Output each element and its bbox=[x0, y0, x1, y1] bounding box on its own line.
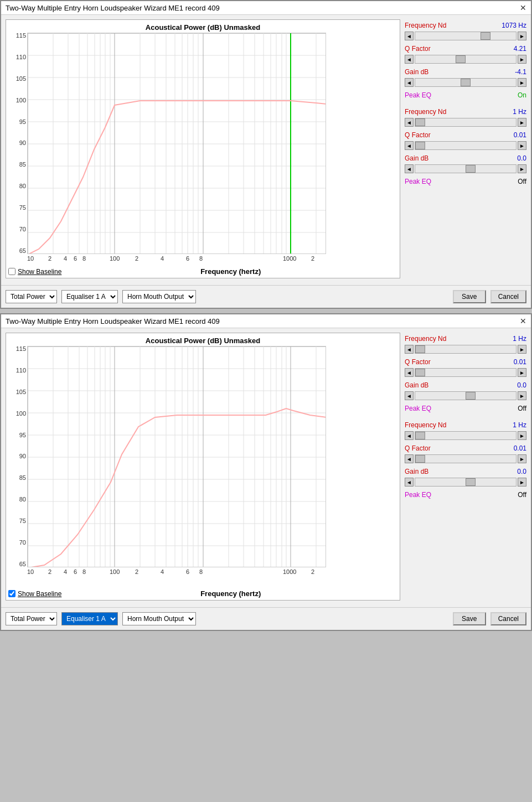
eq1-gain-slider[interactable]: ◄ ► bbox=[405, 78, 526, 87]
w2-eq1-gain-track[interactable] bbox=[415, 391, 516, 400]
freq-axis-label-1: Frequency (hertz) bbox=[64, 267, 397, 276]
right-panel-1: Frequency Nd 1073 Hz ◄ ► Q Factor 4.21 ◄… bbox=[405, 19, 526, 278]
w2-eq1-q-slider[interactable]: ◄ ► bbox=[405, 368, 526, 377]
eq1-freq-slider[interactable]: ◄ ► bbox=[405, 32, 526, 40]
close-button-2[interactable]: ✕ bbox=[520, 317, 526, 325]
w2-eq1-freq-left-arrow[interactable]: ◄ bbox=[405, 345, 414, 354]
w2-eq2-freq-slider[interactable]: ◄ ► bbox=[405, 431, 526, 440]
w2-eq1-peak-value: Off bbox=[518, 405, 526, 412]
w2-eq2-q-slider[interactable]: ◄ ► bbox=[405, 454, 526, 463]
w2-eq2-q-left-arrow[interactable]: ◄ bbox=[405, 454, 414, 463]
save-button-2[interactable]: Save bbox=[453, 612, 486, 625]
w2-eq2-gain-value: 0.0 bbox=[517, 468, 526, 475]
y-axis-2: 115 110 105 100 95 90 85 80 75 70 65 bbox=[7, 346, 26, 567]
w2-eq2-freq-track[interactable] bbox=[415, 431, 516, 440]
equaliser-dropdown-1[interactable]: Equaliser 1 A bbox=[61, 290, 118, 303]
w2-eq1-freq-right-arrow[interactable]: ► bbox=[518, 345, 526, 354]
eq1-gain-left-arrow[interactable]: ◄ bbox=[405, 78, 414, 87]
eq1-gain-track[interactable] bbox=[415, 78, 516, 87]
eq2-freq-row: Frequency Nd 1 Hz bbox=[405, 108, 526, 116]
w2-eq2-gain-left-arrow[interactable]: ◄ bbox=[405, 478, 414, 487]
eq1-peak-value: On bbox=[518, 91, 526, 99]
eq2-q-left-arrow[interactable]: ◄ bbox=[405, 141, 414, 150]
eq1-freq-right-arrow[interactable]: ► bbox=[518, 32, 526, 40]
eq2-q-thumb[interactable] bbox=[415, 142, 425, 149]
w2-eq2-gain-right-arrow[interactable]: ► bbox=[518, 478, 526, 487]
w2-eq2-q-right-arrow[interactable]: ► bbox=[518, 454, 526, 463]
w2-eq2-q-value: 0.01 bbox=[514, 444, 526, 452]
show-baseline-checkbox-2[interactable] bbox=[8, 590, 16, 597]
eq2-gain-thumb[interactable] bbox=[466, 165, 476, 173]
eq2-gain-track[interactable] bbox=[415, 164, 516, 173]
eq2-gain-slider[interactable]: ◄ ► bbox=[405, 164, 526, 173]
close-button-1[interactable]: ✕ bbox=[520, 3, 526, 12]
w2-eq2-freq-right-arrow[interactable]: ► bbox=[518, 431, 526, 440]
eq1-freq-label: Frequency Nd bbox=[405, 22, 446, 29]
eq1-freq-thumb[interactable] bbox=[481, 32, 490, 40]
chart-area-2: Acoustical Power (dB) Unmasked 115 110 1… bbox=[6, 333, 400, 601]
eq1-freq-left-arrow[interactable]: ◄ bbox=[405, 32, 414, 40]
horn-mouth-dropdown-1[interactable]: Horn Mouth Output bbox=[122, 290, 196, 303]
show-baseline-label-1[interactable]: Show Baseline bbox=[18, 268, 61, 276]
w2-eq2-freq-left-arrow[interactable]: ◄ bbox=[405, 431, 414, 440]
w2-eq1-q-right-arrow[interactable]: ► bbox=[518, 368, 526, 377]
cancel-button-2[interactable]: Cancel bbox=[490, 612, 526, 625]
w2-eq2-q-thumb[interactable] bbox=[415, 455, 425, 463]
eq2-freq-thumb[interactable] bbox=[415, 118, 425, 126]
eq2-freq-left-arrow[interactable]: ◄ bbox=[405, 118, 414, 127]
w2-eq2-gain-track[interactable] bbox=[415, 478, 516, 487]
chart-svg-1 bbox=[27, 33, 326, 254]
eq2-q-right-arrow[interactable]: ► bbox=[518, 141, 526, 150]
eq1-q-label: Q Factor bbox=[405, 45, 431, 53]
show-baseline-row-2: Show Baseline Frequency (hertz) bbox=[6, 587, 400, 600]
eq2-gain-right-arrow[interactable]: ► bbox=[518, 164, 526, 173]
eq1-freq-value: 1073 Hz bbox=[502, 22, 526, 29]
w2-eq2-gain-thumb[interactable] bbox=[466, 478, 476, 486]
chart-title-2: Acoustical Power (dB) Unmasked bbox=[6, 333, 400, 346]
w2-eq1-gain-left-arrow[interactable]: ◄ bbox=[405, 391, 414, 400]
w2-eq1-freq-thumb[interactable] bbox=[415, 345, 425, 353]
horn-mouth-dropdown-2[interactable]: Horn Mouth Output bbox=[122, 612, 196, 625]
save-button-1[interactable]: Save bbox=[453, 290, 486, 303]
w2-eq1-gain-right-arrow[interactable]: ► bbox=[518, 391, 526, 400]
eq1-q-track[interactable] bbox=[415, 55, 516, 64]
show-baseline-label-2[interactable]: Show Baseline bbox=[18, 590, 61, 598]
eq2-freq-right-arrow[interactable]: ► bbox=[518, 118, 526, 127]
total-power-dropdown-2[interactable]: Total Power bbox=[6, 612, 57, 625]
w2-eq2-peak-row: Peak EQ Off bbox=[405, 491, 526, 499]
titlebar-1: Two-Way Multiple Entry Horn Loudspeaker … bbox=[1, 1, 531, 15]
window-content-2: Acoustical Power (dB) Unmasked 115 110 1… bbox=[1, 328, 531, 605]
w2-eq1-gain-slider[interactable]: ◄ ► bbox=[405, 391, 526, 400]
eq1-q-slider[interactable]: ◄ ► bbox=[405, 55, 526, 64]
w2-eq2-q-track[interactable] bbox=[415, 454, 516, 463]
bottom-bar-1: Total Power Equaliser 1 A Horn Mouth Out… bbox=[1, 285, 531, 308]
eq1-q-left-arrow[interactable]: ◄ bbox=[405, 55, 414, 64]
w2-eq2-freq-thumb[interactable] bbox=[415, 432, 425, 439]
total-power-dropdown-1[interactable]: Total Power bbox=[6, 290, 57, 303]
cancel-button-1[interactable]: Cancel bbox=[490, 290, 526, 303]
w2-eq1-gain-value: 0.0 bbox=[517, 381, 526, 389]
w2-eq1-freq-track[interactable] bbox=[415, 345, 516, 354]
eq1-gain-right-arrow[interactable]: ► bbox=[518, 78, 526, 87]
equaliser-dropdown-2[interactable]: Equaliser 1 A bbox=[61, 612, 118, 625]
w2-eq1-gain-thumb[interactable] bbox=[466, 392, 476, 400]
eq2-gain-left-arrow[interactable]: ◄ bbox=[405, 164, 414, 173]
w2-eq1-q-left-arrow[interactable]: ◄ bbox=[405, 368, 414, 377]
eq2-gain-row: Gain dB 0.0 bbox=[405, 154, 526, 162]
w2-eq2-gain-slider[interactable]: ◄ ► bbox=[405, 478, 526, 487]
eq2-q-track[interactable] bbox=[415, 141, 516, 150]
eq2-q-slider[interactable]: ◄ ► bbox=[405, 141, 526, 150]
w2-eq1-peak-row: Peak EQ Off bbox=[405, 405, 526, 412]
eq1-q-right-arrow[interactable]: ► bbox=[518, 55, 526, 64]
w2-eq1-freq-slider[interactable]: ◄ ► bbox=[405, 345, 526, 354]
eq1-q-thumb[interactable] bbox=[456, 55, 466, 63]
show-baseline-checkbox-1[interactable] bbox=[8, 268, 16, 275]
eq1-gain-thumb[interactable] bbox=[461, 79, 471, 86]
eq1-freq-track[interactable] bbox=[415, 32, 516, 40]
w2-eq1-q-thumb[interactable] bbox=[415, 369, 425, 376]
w2-eq1-q-track[interactable] bbox=[415, 368, 516, 377]
eq2-freq-slider[interactable]: ◄ ► bbox=[405, 118, 526, 127]
eq2-freq-track[interactable] bbox=[415, 118, 516, 127]
window-2: Two-Way Multiple Entry Horn Loudspeaker … bbox=[0, 313, 532, 631]
eq1-gain-label: Gain dB bbox=[405, 68, 428, 76]
